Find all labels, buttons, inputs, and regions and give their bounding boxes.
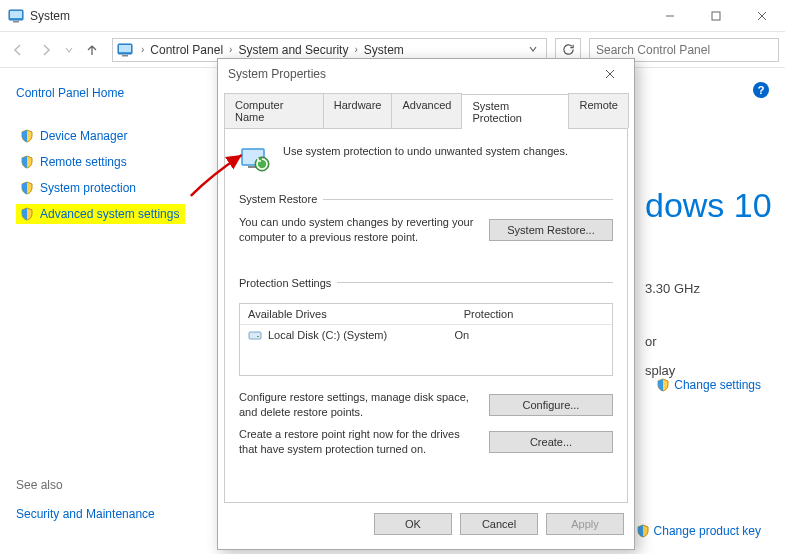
tab-panel: Use system protection to undo unwanted s… bbox=[224, 128, 628, 503]
windows-edition: dows 10 bbox=[645, 186, 785, 225]
svg-rect-8 bbox=[119, 45, 131, 52]
create-button[interactable]: Create... bbox=[489, 431, 613, 453]
minimize-button[interactable] bbox=[647, 0, 693, 32]
dialog-title: System Properties bbox=[228, 67, 326, 81]
nav-label: Security and Maintenance bbox=[16, 507, 155, 521]
chevron-right-icon[interactable]: › bbox=[137, 44, 148, 55]
shield-icon bbox=[656, 378, 670, 392]
dialog-close-button[interactable] bbox=[596, 64, 624, 84]
spec-line: or bbox=[645, 334, 785, 349]
drives-table: Available Drives Protection Local Disk (… bbox=[239, 303, 613, 376]
cancel-button[interactable]: Cancel bbox=[460, 513, 538, 535]
chevron-right-icon[interactable]: › bbox=[225, 44, 236, 55]
shield-icon bbox=[20, 207, 34, 221]
nav-label: Remote settings bbox=[40, 155, 127, 169]
up-button[interactable] bbox=[80, 38, 104, 62]
nav-advanced-system-settings[interactable]: Advanced system settings bbox=[16, 204, 185, 224]
shield-icon bbox=[20, 155, 34, 169]
drive-icon bbox=[248, 329, 262, 341]
help-icon[interactable]: ? bbox=[753, 82, 769, 98]
svg-rect-16 bbox=[257, 336, 259, 337]
nav-device-manager[interactable]: Device Manager bbox=[16, 126, 207, 146]
svg-rect-2 bbox=[13, 21, 19, 23]
tab-remote[interactable]: Remote bbox=[568, 93, 629, 128]
shield-icon bbox=[20, 129, 34, 143]
breadcrumb-item[interactable]: Control Panel bbox=[148, 43, 225, 57]
tab-system-protection[interactable]: System Protection bbox=[461, 94, 569, 129]
protection-settings-legend: Protection Settings bbox=[239, 277, 337, 289]
configure-desc: Configure restore settings, manage disk … bbox=[239, 390, 477, 420]
tab-hardware[interactable]: Hardware bbox=[323, 93, 393, 128]
nav-label: Advanced system settings bbox=[40, 207, 179, 221]
change-product-key-link[interactable]: Change product key bbox=[636, 524, 761, 538]
system-restore-button[interactable]: System Restore... bbox=[489, 219, 613, 241]
spec-line: splay bbox=[645, 363, 785, 378]
control-panel-home-link[interactable]: Control Panel Home bbox=[16, 86, 207, 100]
system-restore-legend: System Restore bbox=[239, 193, 323, 205]
system-protection-icon bbox=[239, 143, 271, 175]
nav-system-protection[interactable]: System protection bbox=[16, 178, 207, 198]
create-desc: Create a restore point right now for the… bbox=[239, 427, 477, 457]
protection-intro-text: Use system protection to undo unwanted s… bbox=[283, 143, 568, 157]
address-dropdown-icon[interactable] bbox=[522, 43, 544, 57]
breadcrumb-item[interactable]: System and Security bbox=[236, 43, 350, 57]
svg-rect-9 bbox=[122, 55, 128, 57]
dialog-footer: OK Cancel Apply bbox=[218, 503, 634, 549]
tab-computer-name[interactable]: Computer Name bbox=[224, 93, 324, 128]
change-settings-link[interactable]: Change settings bbox=[656, 378, 761, 392]
drive-status: On bbox=[454, 329, 604, 341]
svg-rect-4 bbox=[712, 12, 720, 20]
ok-button[interactable]: OK bbox=[374, 513, 452, 535]
protection-settings-group: Protection Settings Available Drives Pro… bbox=[239, 277, 613, 469]
window-title: System bbox=[30, 9, 647, 23]
nav-security-maintenance[interactable]: Security and Maintenance bbox=[16, 504, 207, 524]
drive-row[interactable]: Local Disk (C:) (System) On bbox=[240, 325, 612, 345]
link-label: Change product key bbox=[654, 524, 761, 538]
nav-label: Device Manager bbox=[40, 129, 127, 143]
chevron-right-icon[interactable]: › bbox=[350, 44, 361, 55]
svg-rect-1 bbox=[10, 11, 22, 18]
dialog-titlebar: System Properties bbox=[218, 59, 634, 89]
dialog-tabbar: Computer Name Hardware Advanced System P… bbox=[218, 93, 634, 128]
see-also-label: See also bbox=[16, 478, 207, 492]
system-properties-dialog: System Properties Computer Name Hardware… bbox=[217, 58, 635, 550]
col-available-drives: Available Drives bbox=[240, 304, 456, 324]
svg-rect-15 bbox=[249, 332, 261, 339]
shield-icon bbox=[636, 524, 650, 538]
search-input[interactable] bbox=[596, 43, 772, 57]
window-titlebar: System bbox=[0, 0, 785, 32]
maximize-button[interactable] bbox=[693, 0, 739, 32]
spec-cpu: 3.30 GHz bbox=[645, 281, 785, 296]
apply-button[interactable]: Apply bbox=[546, 513, 624, 535]
nav-remote-settings[interactable]: Remote settings bbox=[16, 152, 207, 172]
link-label: Change settings bbox=[674, 378, 761, 392]
drive-label: Local Disk (C:) (System) bbox=[268, 329, 387, 341]
system-icon bbox=[8, 8, 24, 24]
back-button[interactable] bbox=[6, 38, 30, 62]
tab-advanced[interactable]: Advanced bbox=[391, 93, 462, 128]
forward-button[interactable] bbox=[34, 38, 58, 62]
history-dropdown-icon[interactable] bbox=[62, 38, 76, 62]
shield-icon bbox=[20, 181, 34, 195]
close-button[interactable] bbox=[739, 0, 785, 32]
configure-button[interactable]: Configure... bbox=[489, 394, 613, 416]
system-restore-group: System Restore You can undo system chang… bbox=[239, 193, 613, 257]
breadcrumb-item[interactable]: System bbox=[362, 43, 406, 57]
nav-label: System protection bbox=[40, 181, 136, 195]
left-pane: Control Panel Home Device Manager Remote… bbox=[0, 68, 215, 554]
col-protection: Protection bbox=[456, 304, 612, 324]
system-icon bbox=[117, 42, 133, 58]
restore-desc: You can undo system changes by reverting… bbox=[239, 215, 477, 245]
